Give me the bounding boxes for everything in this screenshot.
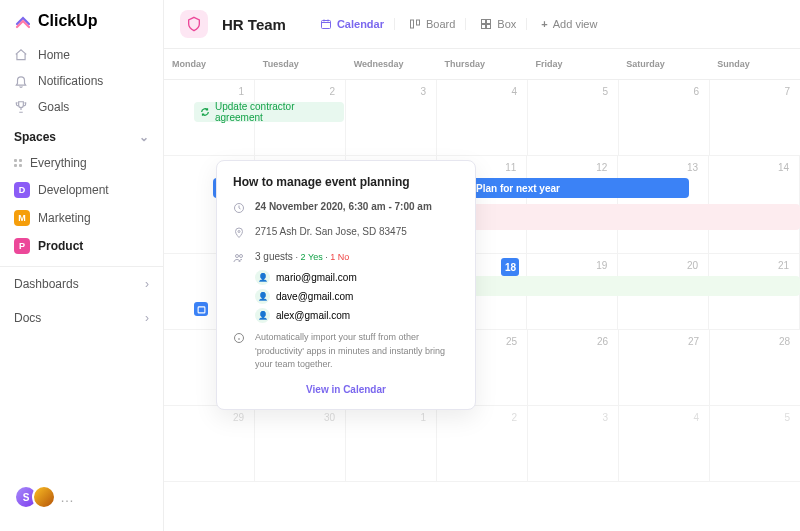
- svg-rect-9: [198, 306, 205, 312]
- calendar-cell[interactable]: 3: [528, 406, 619, 481]
- day-header: Monday: [164, 49, 255, 79]
- svg-rect-0: [321, 21, 330, 29]
- guest-item: 👤alex@gmail.com: [233, 308, 459, 323]
- svg-rect-3: [482, 20, 486, 24]
- home-icon: [14, 48, 28, 62]
- topbar: HR Team Calendar Board Box + Add view: [164, 0, 800, 49]
- svg-point-13: [240, 255, 243, 258]
- calendar-cell[interactable]: 7: [710, 80, 800, 155]
- day-header: Saturday: [618, 49, 709, 79]
- calendar-cell[interactable]: 26: [528, 330, 619, 405]
- chevron-right-icon: ›: [145, 311, 149, 325]
- sidebar: ClickUp Home Notifications Goals Spaces …: [0, 0, 164, 531]
- space-badge: D: [14, 182, 30, 198]
- svg-rect-2: [416, 20, 419, 25]
- view-in-calendar-link[interactable]: View in Calendar: [233, 384, 459, 395]
- popover-title: How to manage event planning: [233, 175, 459, 189]
- calendar-cell[interactable]: 29: [164, 406, 255, 481]
- day-header: Tuesday: [255, 49, 346, 79]
- sync-icon: [200, 107, 210, 117]
- svg-rect-1: [410, 20, 413, 28]
- sidebar-item-development[interactable]: D Development: [0, 176, 163, 204]
- day-header: Wednesday: [346, 49, 437, 79]
- more-icon[interactable]: …: [60, 489, 74, 505]
- avatar[interactable]: [32, 485, 56, 509]
- brand-name: ClickUp: [38, 12, 98, 30]
- calendar-cell[interactable]: 5: [710, 406, 800, 481]
- calendar-icon: [320, 18, 332, 30]
- day-header: Thursday: [437, 49, 528, 79]
- nav-home[interactable]: Home: [0, 42, 163, 68]
- svg-rect-4: [487, 20, 491, 24]
- page-title: HR Team: [222, 16, 286, 33]
- calendar-cell[interactable]: 27: [619, 330, 710, 405]
- info-icon: [233, 332, 245, 349]
- event-partial[interactable]: [194, 302, 208, 316]
- guest-item: 👤mario@gmail.com: [233, 270, 459, 285]
- nav-docs[interactable]: Docs ›: [0, 301, 163, 335]
- avatar-icon: 👤: [255, 308, 270, 323]
- add-view-button[interactable]: + Add view: [541, 18, 607, 30]
- tab-box[interactable]: Box: [480, 18, 527, 30]
- bell-icon: [14, 74, 28, 88]
- space-badge: M: [14, 210, 30, 226]
- popover-datetime: 24 November 2020, 6:30 am - 7:00 am: [255, 201, 432, 212]
- pin-icon: [233, 227, 245, 241]
- svg-rect-6: [487, 25, 491, 29]
- user-avatars[interactable]: S …: [0, 485, 163, 519]
- nav-notifications[interactable]: Notifications: [0, 68, 163, 94]
- clickup-logo-icon: [14, 12, 32, 30]
- calendar-cell[interactable]: 1: [346, 406, 437, 481]
- tab-board[interactable]: Board: [409, 18, 466, 30]
- avatar-icon: 👤: [255, 289, 270, 304]
- calendar-cell[interactable]: 4: [437, 80, 528, 155]
- tab-calendar[interactable]: Calendar: [320, 18, 395, 30]
- calendar-cell[interactable]: 4: [619, 406, 710, 481]
- calendar-cell[interactable]: 28: [710, 330, 800, 405]
- event-popover: How to manage event planning 24 November…: [216, 160, 476, 410]
- guests-count: 3 guests: [255, 251, 293, 262]
- calendar-header-row: Monday Tuesday Wednesday Thursday Friday…: [164, 49, 800, 80]
- plus-icon: +: [541, 18, 547, 30]
- popover-address: 2715 Ash Dr. San Jose, SD 83475: [255, 226, 407, 237]
- svg-point-11: [238, 231, 240, 233]
- svg-rect-5: [482, 25, 486, 29]
- grid-icon: [14, 159, 22, 167]
- brand-logo[interactable]: ClickUp: [0, 12, 163, 42]
- box-icon: [480, 18, 492, 30]
- chevron-right-icon: ›: [145, 277, 149, 291]
- avatar-icon: 👤: [255, 270, 270, 285]
- nav-goals[interactable]: Goals: [0, 94, 163, 120]
- calendar-cell[interactable]: 6: [619, 80, 710, 155]
- space-icon: [180, 10, 208, 38]
- calendar-cell[interactable]: 3: [346, 80, 437, 155]
- day-header: Friday: [527, 49, 618, 79]
- sidebar-item-everything[interactable]: Everything: [0, 150, 163, 176]
- trophy-icon: [14, 100, 28, 114]
- calendar-cell[interactable]: 5: [528, 80, 619, 155]
- svg-point-12: [236, 255, 239, 258]
- guests-icon: [233, 252, 245, 266]
- guest-item: 👤dave@gmail.com: [233, 289, 459, 304]
- calendar-icon: [194, 302, 208, 316]
- popover-description: Automatically import your stuff from oth…: [255, 332, 445, 369]
- sidebar-item-product[interactable]: P Product: [0, 232, 163, 260]
- calendar-cell[interactable]: 2: [437, 406, 528, 481]
- event-green[interactable]: [453, 276, 800, 296]
- calendar-cell[interactable]: 2: [255, 80, 346, 155]
- calendar-cell[interactable]: 30: [255, 406, 346, 481]
- nav-dashboards[interactable]: Dashboards ›: [0, 267, 163, 301]
- chevron-down-icon: ⌄: [139, 130, 149, 144]
- sidebar-item-marketing[interactable]: M Marketing: [0, 204, 163, 232]
- spaces-header[interactable]: Spaces ⌄: [0, 120, 163, 150]
- event-plan[interactable]: Plan for next year: [453, 178, 689, 198]
- day-header: Sunday: [709, 49, 800, 79]
- board-icon: [409, 18, 421, 30]
- event-pink[interactable]: [453, 204, 800, 230]
- space-badge: P: [14, 238, 30, 254]
- clock-icon: [233, 202, 245, 216]
- calendar-cell[interactable]: 1 Update contractor agreement: [164, 80, 255, 155]
